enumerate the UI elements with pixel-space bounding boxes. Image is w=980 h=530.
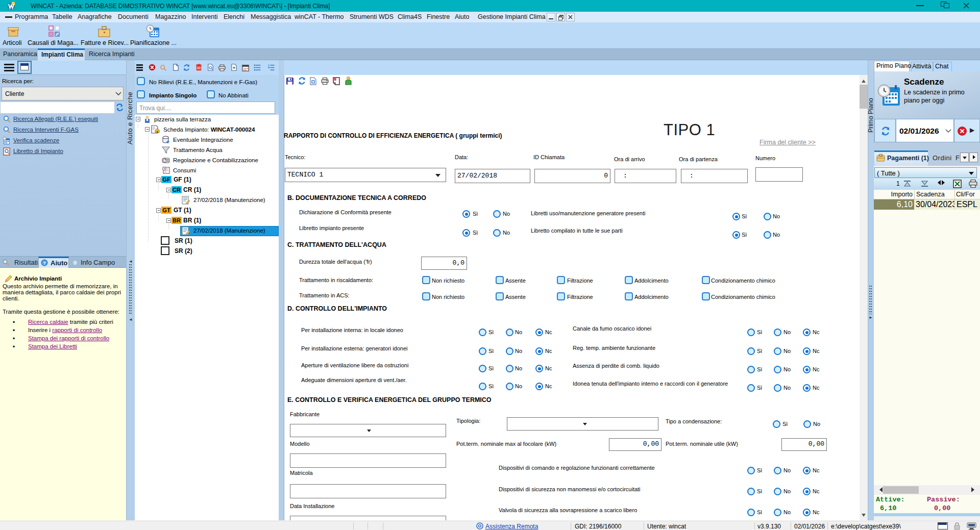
svg-text:?: ? bbox=[43, 261, 46, 266]
svg-text:?: ? bbox=[74, 261, 77, 266]
